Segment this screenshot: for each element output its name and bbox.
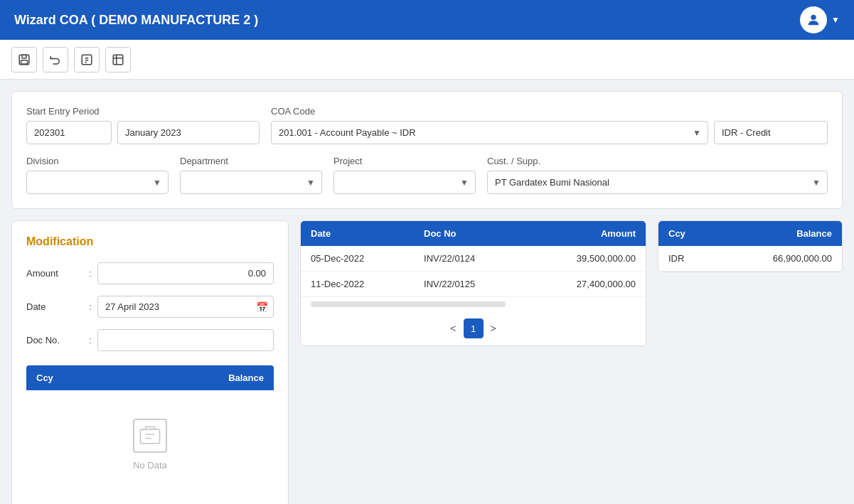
project-label: Project <box>333 156 476 166</box>
transactions-section: Date Doc No Amount 05-Dec-2022 INV/22/01… <box>300 220 646 346</box>
header-right: ▼ <box>800 6 840 33</box>
department-group: Department ▼ <box>180 156 322 194</box>
amount-row: Amount : 0.00 <box>26 262 274 284</box>
department-select[interactable] <box>180 171 322 194</box>
prev-page-arrow[interactable]: < <box>447 323 459 334</box>
app-title: Wizard COA ( DEMO MANUFACTURE 2 ) <box>14 13 258 28</box>
division-group: Division ▼ <box>26 156 169 194</box>
coa-group: COA Code 201.001 - Account Payable ~ IDR… <box>271 106 828 144</box>
division-select-wrapper: ▼ <box>26 171 169 194</box>
date-row: Date : 27 April 2023 📅 <box>26 296 274 318</box>
export-button[interactable] <box>105 47 131 73</box>
edit-button[interactable] <box>74 47 100 73</box>
ccy-balance-header: Ccy Balance <box>658 221 842 246</box>
no-data-text: No Data <box>133 460 167 471</box>
doc-no-input[interactable] <box>97 329 274 351</box>
table-row[interactable]: 05-Dec-2022 INV/22/0124 39,500,000.00 <box>301 246 646 272</box>
modification-panel: Modification Amount : 0.00 Date : 27 Apr… <box>11 220 289 504</box>
scrollbar-track[interactable] <box>311 301 506 307</box>
ccy-balance-row: IDR 66,900,000.00 <box>658 246 842 272</box>
period-name-wrapper: January 2023 <box>117 121 260 144</box>
mod-balance-col: Balance <box>228 372 264 383</box>
balance-header-label: Balance <box>796 228 832 239</box>
cust-supp-select-wrapper: PT Gardatex Bumi Nasional ▼ <box>487 171 828 194</box>
balance-value: 66,900,000.00 <box>773 253 832 264</box>
svg-rect-11 <box>141 429 160 444</box>
date-cell: 05-Dec-2022 <box>301 246 414 272</box>
calendar-icon[interactable]: 📅 <box>256 301 268 313</box>
docno-cell: INV/22/0125 <box>414 272 524 297</box>
save-button[interactable] <box>11 47 37 73</box>
date-input[interactable]: 27 April 2023 <box>97 296 274 318</box>
mod-no-data: No Data <box>26 390 274 499</box>
period-group: Start Entry Period 202301 January 2023 <box>26 106 260 144</box>
next-page-arrow[interactable]: > <box>488 323 499 334</box>
coa-type-input: IDR - Credit <box>714 121 828 144</box>
date-label: Date <box>26 301 83 312</box>
amount-col-header: Amount <box>524 221 646 246</box>
user-menu-arrow[interactable]: ▼ <box>831 15 840 25</box>
ccy-balance-panel: Ccy Balance IDR 66,900,000.00 <box>658 220 843 272</box>
amount-input[interactable]: 0.00 <box>97 262 274 284</box>
form-card: Start Entry Period 202301 January 2023 C… <box>11 91 843 209</box>
docno-cell: INV/22/0124 <box>414 246 524 272</box>
mod-ccy-col: Ccy <box>36 372 53 383</box>
amount-label: Amount <box>26 268 83 279</box>
period-name-input[interactable]: January 2023 <box>117 121 260 144</box>
division-select[interactable] <box>26 171 169 194</box>
period-label: Start Entry Period <box>26 106 260 117</box>
doc-no-row: Doc No. : <box>26 329 274 351</box>
cust-supp-label: Cust. / Supp. <box>487 156 828 166</box>
period-code-input[interactable]: 202301 <box>26 121 112 144</box>
date-col-header: Date <box>301 221 414 246</box>
coa-select-wrapper: 201.001 - Account Payable ~ IDR ▼ <box>271 121 708 144</box>
undo-button[interactable] <box>43 47 68 73</box>
mod-ccy-section: Ccy Balance No Data <box>26 365 274 499</box>
amount-cell: 39,500,000.00 <box>524 246 646 272</box>
toolbar <box>0 40 854 80</box>
project-select[interactable] <box>333 171 476 194</box>
cust-supp-select[interactable]: PT Gardatex Bumi Nasional <box>487 171 828 194</box>
pagination: < 1 > <box>301 311 646 345</box>
app-header: Wizard COA ( DEMO MANUFACTURE 2 ) ▼ <box>0 0 854 40</box>
svg-rect-8 <box>113 55 123 65</box>
svg-rect-2 <box>22 55 26 58</box>
department-label: Department <box>180 156 322 166</box>
no-data-icon <box>133 419 167 453</box>
amount-cell: 27,400,000.00 <box>524 272 646 297</box>
cust-supp-group: Cust. / Supp. PT Gardatex Bumi Nasional … <box>487 156 828 194</box>
department-select-wrapper: ▼ <box>180 171 322 194</box>
form-row-2: Division ▼ Department ▼ Proj <box>26 156 828 194</box>
project-select-wrapper: ▼ <box>333 171 476 194</box>
scrollbar-area <box>301 297 646 311</box>
page-1-button[interactable]: 1 <box>464 318 484 338</box>
doc-no-label: Doc No. <box>26 335 83 345</box>
division-label: Division <box>26 156 169 166</box>
docno-col-header: Doc No <box>414 221 524 246</box>
date-cell: 11-Dec-2022 <box>301 272 414 297</box>
ccy-header-label: Ccy <box>668 228 685 239</box>
date-input-wrapper: 27 April 2023 📅 <box>97 296 274 318</box>
table-row[interactable]: 11-Dec-2022 INV/22/0125 27,400,000.00 <box>301 272 646 297</box>
svg-point-0 <box>811 15 816 20</box>
ccy-value: IDR <box>668 253 684 264</box>
main-content: Start Entry Period 202301 January 2023 C… <box>0 80 854 504</box>
modification-title: Modification <box>26 235 274 248</box>
coa-label: COA Code <box>271 106 828 117</box>
coa-select[interactable]: 201.001 - Account Payable ~ IDR <box>271 121 708 144</box>
bottom-section: Modification Amount : 0.00 Date : 27 Apr… <box>11 220 843 504</box>
transactions-table: Date Doc No Amount 05-Dec-2022 INV/22/01… <box>301 221 646 297</box>
project-group: Project ▼ <box>333 156 476 194</box>
transactions-panel: Date Doc No Amount 05-Dec-2022 INV/22/01… <box>300 220 646 346</box>
ccy-rows: IDR 66,900,000.00 <box>658 246 842 272</box>
svg-rect-3 <box>21 60 28 63</box>
user-avatar[interactable] <box>800 6 827 33</box>
mod-ccy-header: Ccy Balance <box>26 365 274 390</box>
